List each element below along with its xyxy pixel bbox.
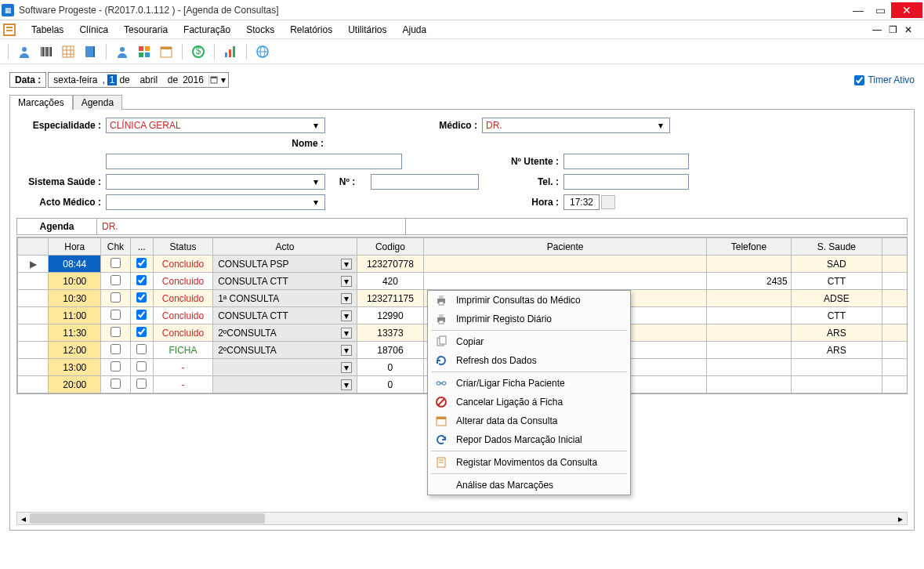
scroll-thumb[interactable] [30, 513, 265, 524]
row-chk[interactable] [111, 310, 121, 320]
chevron-down-icon: ▾ [310, 197, 321, 208]
svg-rect-20 [145, 46, 150, 51]
ctx-criar-ligar-ficha-paciente[interactable]: Criar/Ligar Ficha Paciente [428, 374, 630, 393]
combo-sistema[interactable]: ▾ [106, 174, 325, 190]
ctx-copiar[interactable]: Copiar [428, 332, 630, 351]
ctx-imprimir-consultas-do-m-dico[interactable]: Imprimir Consultas do Médico [428, 291, 630, 310]
timer-ativo-checkbox[interactable]: Timer Ativo [854, 74, 915, 85]
chevron-down-icon[interactable]: ▾ [341, 310, 352, 321]
menu-ajuda[interactable]: Ajuda [395, 23, 435, 37]
child-close-button[interactable]: ✕ [902, 24, 915, 36]
grid-icon[interactable] [59, 42, 78, 61]
row-ell[interactable] [136, 258, 147, 268]
svg-rect-28 [229, 49, 231, 57]
person-icon[interactable] [15, 42, 34, 61]
row-ell[interactable] [136, 292, 147, 303]
menu-facturação[interactable]: Facturação [176, 23, 238, 37]
ctx-cancelar-liga-o-ficha[interactable]: Cancelar Ligação á Ficha [428, 393, 630, 411]
minimize-button[interactable]: — [847, 2, 869, 18]
agenda-header: Agenda DR. [16, 218, 908, 235]
row-chk[interactable] [111, 327, 121, 337]
chevron-down-icon[interactable]: ▾ [341, 328, 352, 339]
chevron-down-icon[interactable]: ▾ [221, 74, 226, 85]
combo-especialidade[interactable]: CLÍNICA GERAL▾ [106, 118, 325, 133]
chevron-down-icon[interactable]: ▾ [341, 379, 352, 390]
chevron-down-icon[interactable]: ▾ [341, 362, 352, 373]
menu-relatórios[interactable]: Relatórios [282, 23, 340, 37]
link-icon [434, 376, 448, 390]
menu-stocks[interactable]: Stocks [238, 23, 282, 37]
menu-tabelas[interactable]: Tabelas [24, 23, 71, 37]
person2-icon[interactable] [113, 42, 132, 61]
input-num[interactable] [371, 174, 479, 190]
scroll-left-icon[interactable]: ◂ [17, 513, 30, 524]
row-chk[interactable] [111, 292, 121, 303]
input-hora[interactable] [563, 194, 600, 210]
ctx-alterar-data-da-consulta[interactable]: Alterar data da Consulta [428, 411, 630, 430]
row-chk[interactable] [111, 344, 121, 354]
input-tel[interactable] [563, 174, 689, 190]
ctx-imprimir-registo-di-rio[interactable]: Imprimir Registo Diário [428, 310, 630, 328]
row-ell[interactable] [136, 361, 147, 371]
ctx-refresh-dos-dados[interactable]: Refresh dos Dados [428, 351, 630, 370]
chart-icon[interactable] [221, 42, 240, 61]
horizontal-scrollbar[interactable]: ◂ ▸ [16, 512, 908, 525]
svg-rect-16 [85, 46, 93, 57]
row-ell[interactable] [136, 275, 147, 285]
tab-agenda[interactable]: Agenda [73, 95, 122, 110]
time-button[interactable] [601, 195, 615, 209]
chevron-down-icon[interactable]: ▾ [341, 259, 352, 270]
date-picker[interactable]: sexta-feira , 1 de abril de 2016 ▾ [48, 72, 229, 88]
combo-medico[interactable]: DR.▾ [482, 118, 670, 133]
calendar-dropdown-icon[interactable] [208, 74, 219, 85]
svg-rect-36 [439, 295, 444, 299]
row-ell[interactable] [136, 379, 147, 389]
svg-rect-3 [6, 30, 13, 31]
svg-rect-2 [6, 27, 13, 28]
input-nutente[interactable] [563, 154, 689, 169]
print-icon [434, 312, 448, 326]
row-ell[interactable] [136, 310, 147, 320]
table-row[interactable]: 10:00 Concluido CONSULTA CTT▾ 420 2435 C… [18, 273, 908, 290]
lbl-acto: Acto Médico : [16, 197, 103, 208]
input-nome[interactable] [106, 154, 402, 169]
ctx-registar-movimentos-da-consulta[interactable]: Registar Movimentos da Consulta [428, 453, 630, 472]
barcode-icon[interactable] [37, 42, 56, 61]
titlebar: ▦ Software Progeste - (R2017.0.1.112 ) -… [0, 0, 924, 20]
tab-marcacoes[interactable]: Marcações [9, 95, 73, 110]
svg-rect-22 [145, 53, 150, 57]
row-chk[interactable] [111, 258, 121, 268]
menu-utilitários[interactable]: Utilitários [340, 23, 394, 37]
lbl-medico: Médico : [371, 120, 479, 131]
ctx-an-lise-das-marca-es[interactable]: Análise das Marcações [428, 476, 630, 495]
row-chk[interactable] [111, 275, 121, 285]
child-restore-button[interactable]: ❐ [886, 24, 899, 36]
chevron-down-icon: ▾ [310, 176, 321, 187]
colored-grid-icon[interactable] [135, 42, 154, 61]
child-minimize-button[interactable]: — [871, 24, 883, 36]
ctx-repor-dados-marca-o-inicial[interactable]: Repor Dados Marcação Inicial [428, 430, 630, 449]
menu-tesouraria[interactable]: Tesouraria [116, 23, 176, 37]
globe-icon[interactable] [253, 42, 272, 61]
row-ell[interactable] [136, 327, 147, 337]
row-chk[interactable] [111, 379, 121, 389]
refresh-money-icon[interactable]: $ [189, 42, 208, 61]
maximize-button[interactable]: ▭ [869, 2, 891, 18]
svg-rect-11 [63, 46, 74, 57]
context-menu: Imprimir Consultas do MédicoImprimir Reg… [427, 290, 631, 495]
book-icon[interactable] [81, 42, 100, 61]
chevron-down-icon[interactable]: ▾ [341, 276, 352, 287]
row-chk[interactable] [111, 361, 121, 371]
chevron-down-icon[interactable]: ▾ [341, 345, 352, 356]
svg-rect-8 [46, 47, 48, 56]
svg-rect-29 [233, 46, 235, 57]
chevron-down-icon[interactable]: ▾ [341, 293, 352, 304]
row-ell[interactable] [136, 344, 147, 354]
table-row[interactable]: ▶ 08:44 Concluido CONSULTA PSP▾ 12327077… [18, 256, 908, 273]
close-button[interactable]: ✕ [891, 2, 922, 18]
calendar-icon[interactable] [157, 42, 176, 61]
toolbar: $ [0, 39, 924, 64]
menu-clínica[interactable]: Clínica [71, 23, 116, 37]
combo-acto[interactable]: ▾ [106, 194, 325, 210]
scroll-right-icon[interactable]: ▸ [894, 513, 907, 524]
